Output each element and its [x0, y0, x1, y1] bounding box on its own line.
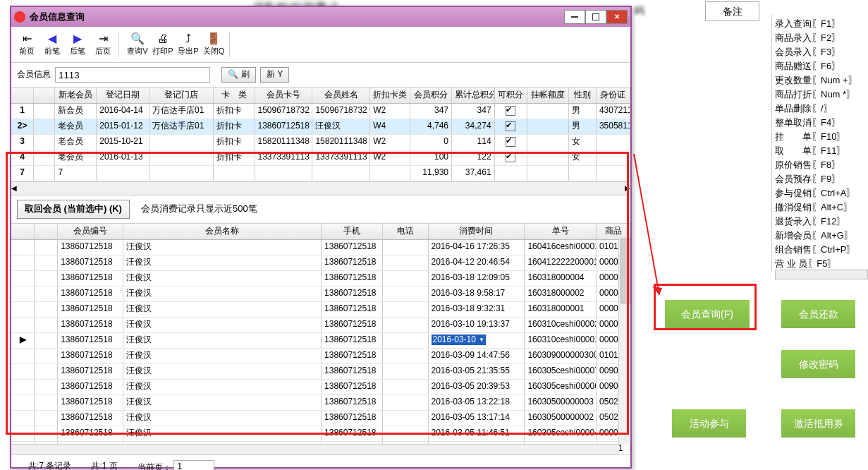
col-header[interactable]: 累计总积分: [452, 88, 495, 103]
shortcut-item[interactable]: 商品录入〖F2〗: [772, 31, 868, 45]
shortcut-item[interactable]: 原价销售〖F8〗: [772, 158, 868, 172]
shortcut-item[interactable]: 单品删除〖/〗: [772, 102, 868, 116]
col-header[interactable]: [34, 88, 55, 103]
col-header[interactable]: 会员卡号: [255, 88, 313, 103]
col-header[interactable]: 折扣卡类: [370, 88, 410, 103]
shortcut-item[interactable]: 会员录入〖F3〗: [772, 45, 868, 59]
highlight-box-button: [654, 284, 757, 330]
col-header[interactable]: [11, 88, 34, 103]
pager: 共:7 条记录 共:1 页 当前页：: [11, 454, 630, 470]
change-password-button[interactable]: 修改密码: [781, 350, 855, 378]
col-header[interactable]: 登记门店: [149, 88, 214, 103]
join-campaign-button[interactable]: 活动参与: [672, 409, 746, 438]
next-rec-button[interactable]: ▶后笔: [65, 32, 90, 57]
shortcut-item[interactable]: 取 单〖F11〗: [772, 144, 868, 158]
shortcut-item[interactable]: 撤消促销〖Alt+C〗: [772, 200, 868, 215]
member-refund-button[interactable]: 会员还款: [781, 300, 855, 328]
shortcut-item[interactable]: 录入查询〖F1〗: [772, 17, 868, 31]
app-icon: [14, 11, 25, 23]
shortcut-item[interactable]: 参与促销〖Ctrl+A〗: [772, 186, 868, 200]
col-header[interactable]: 身份证: [597, 88, 630, 103]
search-label: 会员信息: [17, 69, 51, 80]
shortcut-item[interactable]: 营 业 员〖F5〗: [772, 257, 868, 271]
search-input[interactable]: [55, 67, 210, 83]
query-button[interactable]: 🔍查询V: [125, 32, 150, 57]
col-header[interactable]: 会员积分: [410, 88, 452, 103]
bg-code-label: 码: [635, 1, 644, 20]
last-page-button[interactable]: ⇥后页: [90, 32, 116, 57]
arrow-annotation: [631, 154, 666, 302]
titlebar[interactable]: 会员信息查询 ✕: [11, 7, 630, 27]
cur-page-input[interactable]: [173, 460, 214, 470]
first-page-button[interactable]: ⇤前页: [14, 32, 39, 57]
toolbar: ⇤前页 ◀前笔 ▶后笔 ⇥后页 🔍查询V 🖨打印P ⤴导出P 🚪关闭Q: [11, 27, 630, 63]
refresh-icon: 🔍: [228, 69, 238, 80]
close-button[interactable]: ✕: [606, 10, 628, 24]
shortcut-item[interactable]: 会员预存〖F9〗: [772, 172, 868, 186]
maximize-button[interactable]: [585, 10, 606, 24]
total-pages: 共:1 页: [91, 461, 117, 470]
col-header[interactable]: 登记日期: [97, 88, 149, 103]
shortcut-item[interactable]: 更改数量〖Num +〗: [772, 73, 868, 88]
shortcut-item[interactable]: 整单取消〖F4〗: [772, 116, 868, 130]
minimize-button[interactable]: [564, 10, 585, 24]
shortcut-scrollbar[interactable]: [775, 270, 868, 279]
h-scrollbar[interactable]: [11, 444, 619, 454]
new-button[interactable]: 新 Y: [260, 67, 289, 83]
refresh-button[interactable]: 🔍刷: [221, 67, 256, 83]
table-row[interactable]: 3老会员2015-10-21折扣卡1582011134815820111348W…: [11, 135, 630, 150]
print-button[interactable]: 🖨打印P: [150, 32, 176, 57]
shortcut-item[interactable]: 新增会员〖Alt+G〗: [772, 229, 868, 243]
close-tool-button[interactable]: 🚪关闭Q: [201, 32, 226, 57]
shortcut-item[interactable]: 挂 单〖F10〗: [772, 130, 868, 144]
shortcut-item[interactable]: 组合销售〖Ctrl+P〗: [772, 243, 868, 257]
shortcut-item[interactable]: 退货录入〖F12〗: [772, 215, 868, 229]
total-records: 共:7 条记录: [28, 461, 71, 470]
cur-page-label: 当前页：: [137, 462, 171, 470]
export-button[interactable]: ⤴导出P: [176, 32, 201, 57]
table-row[interactable]: 1新会员2016-04-14万信达手店01折扣卡1509671873215096…: [11, 104, 630, 119]
shortcut-list: 录入查询〖F1〗商品录入〖F2〗会员录入〖F3〗商品赠送〖F6〗更改数量〖Num…: [771, 14, 868, 271]
shortcut-item[interactable]: 商品打折〖Num *〗: [772, 88, 868, 102]
activate-voucher-button[interactable]: 激活抵用券: [781, 409, 855, 438]
col-header[interactable]: 卡 类: [214, 88, 255, 103]
search-row: 会员信息 🔍刷 新 Y: [11, 63, 630, 87]
col-header[interactable]: 挂帐额度: [527, 88, 569, 103]
shortcut-item[interactable]: 商品赠送〖F6〗: [772, 59, 868, 73]
col-header[interactable]: 性别: [569, 88, 597, 103]
highlight-box-grid: [6, 152, 629, 435]
col-header[interactable]: 可积分: [495, 88, 527, 103]
prev-rec-button[interactable]: ◀前笔: [39, 32, 65, 57]
dialog-title: 会员信息查询: [30, 11, 85, 23]
col-header[interactable]: 新老会员: [55, 88, 97, 103]
remark-header: 备注: [705, 1, 759, 21]
col-header[interactable]: 会员姓名: [312, 88, 370, 103]
table-row[interactable]: 2>老会员2015-01-12万信达手店01折扣卡13860712518汪俊汉W…: [11, 119, 630, 135]
